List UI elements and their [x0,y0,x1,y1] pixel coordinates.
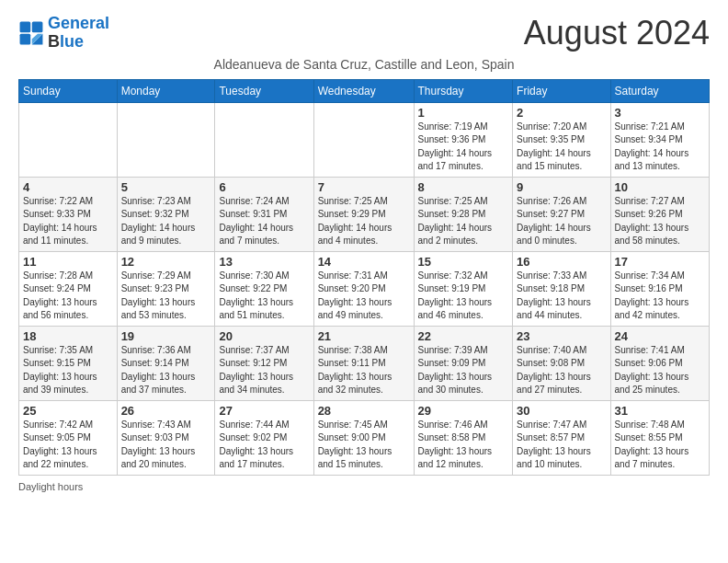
main-title: August 2024 [524,15,710,52]
day-number: 20 [219,329,309,343]
subtitle: Aldeanueva de Santa Cruz, Castille and L… [18,57,710,72]
day-info: Sunrise: 7:39 AM Sunset: 9:09 PM Dayligh… [418,344,509,397]
calendar-cell: 4Sunrise: 7:22 AM Sunset: 9:33 PM Daylig… [19,177,118,251]
day-info: Sunrise: 7:25 AM Sunset: 9:29 PM Dayligh… [318,195,410,248]
calendar-cell: 8Sunrise: 7:25 AM Sunset: 9:28 PM Daylig… [414,177,513,251]
day-number: 7 [318,180,410,194]
calendar-cell: 26Sunrise: 7:43 AM Sunset: 9:03 PM Dayli… [117,400,215,475]
calendar-cell: 18Sunrise: 7:35 AM Sunset: 9:15 PM Dayli… [19,326,118,400]
calendar-cell: 12Sunrise: 7:29 AM Sunset: 9:23 PM Dayli… [117,251,215,326]
calendar-cell: 10Sunrise: 7:27 AM Sunset: 9:26 PM Dayli… [610,177,709,251]
svg-rect-2 [20,34,31,45]
calendar-cell: 27Sunrise: 7:44 AM Sunset: 9:02 PM Dayli… [215,400,313,475]
day-number: 16 [517,255,606,269]
day-number: 1 [418,106,509,120]
day-info: Sunrise: 7:42 AM Sunset: 9:05 PM Dayligh… [23,419,113,472]
calendar-cell: 11Sunrise: 7:28 AM Sunset: 9:24 PM Dayli… [19,251,118,326]
day-info: Sunrise: 7:32 AM Sunset: 9:19 PM Dayligh… [418,270,509,323]
footer-text: Daylight hours [18,481,83,492]
day-number: 4 [23,180,113,194]
day-number: 6 [219,180,309,194]
svg-rect-1 [32,21,43,32]
calendar-header-saturday: Saturday [610,79,709,102]
day-number: 8 [418,180,509,194]
calendar-cell: 13Sunrise: 7:30 AM Sunset: 9:22 PM Dayli… [215,251,313,326]
calendar-header-row: SundayMondayTuesdayWednesdayThursdayFrid… [19,79,710,102]
day-number: 31 [615,404,705,418]
calendar-cell: 24Sunrise: 7:41 AM Sunset: 9:06 PM Dayli… [610,326,709,400]
day-info: Sunrise: 7:45 AM Sunset: 9:00 PM Dayligh… [318,419,410,472]
day-number: 9 [517,180,606,194]
calendar-week-4: 18Sunrise: 7:35 AM Sunset: 9:15 PM Dayli… [19,326,710,400]
day-info: Sunrise: 7:26 AM Sunset: 9:27 PM Dayligh… [517,195,606,248]
calendar-cell: 6Sunrise: 7:24 AM Sunset: 9:31 PM Daylig… [215,177,313,251]
day-number: 5 [121,180,211,194]
day-number: 26 [121,404,211,418]
calendar-cell: 23Sunrise: 7:40 AM Sunset: 9:08 PM Dayli… [513,326,610,400]
calendar-cell: 1Sunrise: 7:19 AM Sunset: 9:36 PM Daylig… [414,102,513,177]
day-info: Sunrise: 7:33 AM Sunset: 9:18 PM Dayligh… [517,270,606,323]
day-info: Sunrise: 7:37 AM Sunset: 9:12 PM Dayligh… [219,344,309,397]
header: GeneralBlue August 2024 [18,15,710,52]
day-info: Sunrise: 7:28 AM Sunset: 9:24 PM Dayligh… [23,270,113,323]
calendar-cell: 16Sunrise: 7:33 AM Sunset: 9:18 PM Dayli… [513,251,610,326]
day-info: Sunrise: 7:41 AM Sunset: 9:06 PM Dayligh… [615,344,705,397]
calendar-cell [215,102,313,177]
calendar-header-sunday: Sunday [19,79,118,102]
day-info: Sunrise: 7:48 AM Sunset: 8:55 PM Dayligh… [615,419,705,472]
calendar-week-1: 1Sunrise: 7:19 AM Sunset: 9:36 PM Daylig… [19,102,710,177]
calendar: SundayMondayTuesdayWednesdayThursdayFrid… [18,79,710,476]
calendar-cell: 2Sunrise: 7:20 AM Sunset: 9:35 PM Daylig… [513,102,610,177]
day-number: 24 [615,329,705,343]
calendar-cell: 19Sunrise: 7:36 AM Sunset: 9:14 PM Dayli… [117,326,215,400]
day-number: 21 [318,329,410,343]
day-info: Sunrise: 7:30 AM Sunset: 9:22 PM Dayligh… [219,270,309,323]
logo-icon [18,20,44,46]
calendar-header-friday: Friday [513,79,610,102]
day-info: Sunrise: 7:24 AM Sunset: 9:31 PM Dayligh… [219,195,309,248]
calendar-cell: 21Sunrise: 7:38 AM Sunset: 9:11 PM Dayli… [313,326,414,400]
day-info: Sunrise: 7:20 AM Sunset: 9:35 PM Dayligh… [517,121,606,174]
day-number: 19 [121,329,211,343]
calendar-cell [19,102,118,177]
day-number: 30 [517,404,606,418]
calendar-cell: 31Sunrise: 7:48 AM Sunset: 8:55 PM Dayli… [610,400,709,475]
calendar-cell: 3Sunrise: 7:21 AM Sunset: 9:34 PM Daylig… [610,102,709,177]
day-number: 12 [121,255,211,269]
day-info: Sunrise: 7:40 AM Sunset: 9:08 PM Dayligh… [517,344,606,397]
day-info: Sunrise: 7:36 AM Sunset: 9:14 PM Dayligh… [121,344,211,397]
day-number: 18 [23,329,113,343]
calendar-cell [313,102,414,177]
day-info: Sunrise: 7:21 AM Sunset: 9:34 PM Dayligh… [615,121,705,174]
calendar-week-2: 4Sunrise: 7:22 AM Sunset: 9:33 PM Daylig… [19,177,710,251]
day-info: Sunrise: 7:22 AM Sunset: 9:33 PM Dayligh… [23,195,113,248]
day-number: 10 [615,180,705,194]
day-info: Sunrise: 7:23 AM Sunset: 9:32 PM Dayligh… [121,195,211,248]
day-number: 28 [318,404,410,418]
day-number: 22 [418,329,509,343]
day-number: 17 [615,255,705,269]
day-info: Sunrise: 7:43 AM Sunset: 9:03 PM Dayligh… [121,419,211,472]
day-number: 3 [615,106,705,120]
calendar-cell: 9Sunrise: 7:26 AM Sunset: 9:27 PM Daylig… [513,177,610,251]
calendar-cell: 20Sunrise: 7:37 AM Sunset: 9:12 PM Dayli… [215,326,313,400]
calendar-cell: 5Sunrise: 7:23 AM Sunset: 9:32 PM Daylig… [117,177,215,251]
svg-rect-0 [20,21,31,32]
day-info: Sunrise: 7:35 AM Sunset: 9:15 PM Dayligh… [23,344,113,397]
footer-note: Daylight hours [18,481,710,492]
day-number: 15 [418,255,509,269]
day-number: 14 [318,255,410,269]
calendar-cell: 28Sunrise: 7:45 AM Sunset: 9:00 PM Dayli… [313,400,414,475]
logo: GeneralBlue [18,15,109,52]
calendar-cell [117,102,215,177]
calendar-cell: 17Sunrise: 7:34 AM Sunset: 9:16 PM Dayli… [610,251,709,326]
day-number: 2 [517,106,606,120]
day-info: Sunrise: 7:25 AM Sunset: 9:28 PM Dayligh… [418,195,509,248]
calendar-cell: 30Sunrise: 7:47 AM Sunset: 8:57 PM Dayli… [513,400,610,475]
calendar-week-3: 11Sunrise: 7:28 AM Sunset: 9:24 PM Dayli… [19,251,710,326]
calendar-header-thursday: Thursday [414,79,513,102]
day-info: Sunrise: 7:31 AM Sunset: 9:20 PM Dayligh… [318,270,410,323]
calendar-header-wednesday: Wednesday [313,79,414,102]
day-number: 27 [219,404,309,418]
day-info: Sunrise: 7:27 AM Sunset: 9:26 PM Dayligh… [615,195,705,248]
